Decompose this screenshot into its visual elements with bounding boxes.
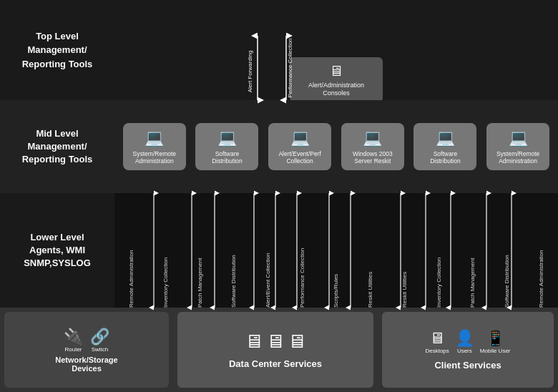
alert-admin-console: 🖥 Alert/Administration Consoles	[290, 57, 383, 102]
tool-windows-reskit: 💻 Windows 2003 Server Reskit	[341, 123, 404, 170]
arrow-patch-1: Patch Management	[185, 193, 214, 308]
tool-icon-3: 💻	[290, 129, 310, 147]
main-diagram: Top Level Management/ Reporting Tools 🖥 …	[0, 0, 558, 392]
mobile-icon: 📱	[486, 329, 505, 348]
arrow-reskit-2: Reskit Utilities	[390, 193, 418, 308]
users-icon-group: 👤 Users	[455, 329, 474, 354]
tool-software-dist-1: 💻 Software Distribution	[195, 123, 258, 170]
switch-label: Switch	[92, 346, 109, 353]
mid-level-label: Mid Level Management/ Reporting Tools	[0, 120, 114, 174]
datacenter-box: 🖥 🖥 🖥 Data Center Services	[177, 312, 373, 388]
arrow-reskit-1: Reskit Utilities	[356, 193, 385, 308]
tool-icon-5: 💻	[436, 129, 455, 147]
top-label-text: Top Level Management/ Reporting Tools	[22, 31, 93, 69]
tool-system-remote-1: 💻 System/Remote Administration	[123, 123, 186, 170]
switch-icon: 🔗	[90, 328, 109, 346]
tool-icon-1: 💻	[145, 129, 164, 147]
client-icons-row: 🖥 Desktops 👤 Users 📱 Mobile User	[425, 329, 510, 354]
tool-label-3: Alert/Event/Perf Collection	[278, 150, 321, 165]
server-icon-1: 🖥	[245, 330, 263, 353]
mobile-icon-group: 📱 Mobile User	[480, 329, 511, 354]
tool-label-2: Software Distribution	[212, 150, 243, 165]
arrow-inventory-2: Inventory Collection	[424, 193, 453, 308]
tool-icon-4: 💻	[363, 129, 382, 147]
arrow-remote-admin-left: Remote Administration	[117, 193, 146, 308]
tool-label-4: Windows 2003 Server Reskit	[353, 150, 393, 165]
bottom-section: 🔌 Router 🔗 Switch Network/StorageDevices…	[0, 308, 558, 392]
client-services-label: Client Services	[434, 360, 501, 371]
datacenter-label: Data Center Services	[229, 358, 322, 369]
arrow-software-dist-1: Software Distribution	[220, 193, 248, 308]
tool-system-remote-2: 💻 System/Remote Administration	[486, 123, 549, 170]
server-icon-2: 🖥	[266, 330, 285, 353]
lower-level-label: Lower Level Agents, WMI SNMP,SYSLOG	[24, 231, 91, 270]
console-icon: 🖥	[301, 63, 371, 79]
mid-section: Mid Level Management/ Reporting Tools 💻 …	[0, 100, 558, 193]
desktops-icon-group: 🖥 Desktops	[425, 329, 449, 354]
arrow-scripts-rules: Scripts/Rules	[322, 193, 351, 308]
mid-tools-row: 💻 System/Remote Administration 💻 Softwar…	[114, 116, 558, 177]
tool-software-dist-2: 💻 Software Distribution	[413, 123, 476, 170]
arrow-perf-collection: Performance Collection	[288, 193, 316, 308]
desktops-label: Desktops	[425, 348, 449, 354]
arrow-patch-2: Patch Management	[459, 193, 487, 308]
arrow-inventory-1: Inventory Collection	[152, 193, 180, 308]
router-icon: 🔌	[64, 328, 83, 346]
client-services-box: 🖥 Desktops 👤 Users 📱 Mobile User Client …	[382, 312, 554, 388]
arrow-software-dist-2: Software Distribution	[492, 193, 521, 308]
mobile-label: Mobile User	[480, 348, 511, 354]
tool-icon-6: 💻	[509, 129, 528, 147]
top-section: Top Level Management/ Reporting Tools 🖥 …	[0, 0, 558, 100]
network-icons: 🔌 Router 🔗 Switch	[64, 328, 109, 353]
lower-section-label: Lower Level Agents, WMI SNMP,SYSLOG	[0, 193, 114, 308]
tool-alert-event: 💻 Alert/Event/Perf Collection	[268, 123, 331, 170]
tool-icon-2: 💻	[217, 129, 237, 147]
datacenter-icons: 🖥 🖥 🖥	[245, 330, 306, 353]
arrows-section: Remote Administration Inventory Collecti…	[114, 193, 558, 308]
router-icon-group: 🔌 Router	[64, 328, 83, 353]
router-label: Router	[64, 346, 82, 353]
tool-label-6: System/Remote Administration	[496, 150, 539, 165]
users-icon: 👤	[455, 329, 474, 348]
arrow-remote-admin-right: Remote Administration	[527, 193, 555, 308]
tool-label-5: Software Distribution	[430, 150, 461, 165]
desktops-icon: 🖥	[429, 329, 445, 348]
tool-label-1: System/Remote Administration	[133, 150, 176, 165]
top-level-label: Top Level Management/ Reporting Tools	[0, 22, 114, 79]
console-label: Alert/Administration Consoles	[308, 82, 364, 97]
network-storage-box: 🔌 Router 🔗 Switch Network/StorageDevices	[4, 312, 169, 388]
arrow-alert-event: Alert/Event Collection	[254, 193, 283, 308]
server-icon-3: 🖥	[288, 330, 306, 353]
network-storage-label: Network/StorageDevices	[55, 356, 117, 373]
switch-icon-group: 🔗 Switch	[90, 328, 109, 353]
users-label: Users	[457, 348, 472, 354]
